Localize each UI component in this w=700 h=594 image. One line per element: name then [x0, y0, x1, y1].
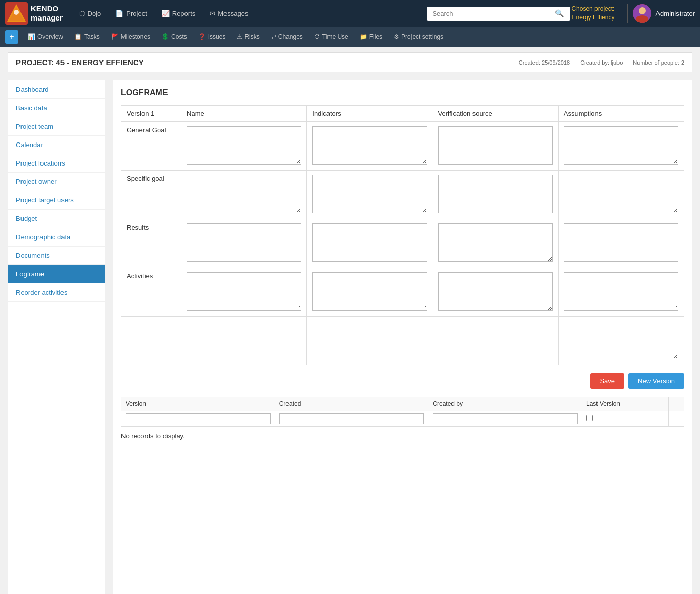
- timeuse-btn[interactable]: ⏱ Time Use: [309, 31, 354, 43]
- search-input[interactable]: [427, 7, 570, 21]
- project-header: PROJECT: 45 - ENERGY EFFIENCY Created: 2…: [8, 52, 692, 72]
- version-filter-created-by[interactable]: [433, 413, 578, 424]
- results-label: Results: [121, 219, 181, 268]
- page-title: PROJECT: 45 - ENERGY EFFIENCY: [16, 58, 144, 67]
- project-icon: 📄: [115, 10, 123, 17]
- sidebar: Dashboard Basic data Project team Calend…: [8, 80, 105, 594]
- version-col-actions-1: [653, 397, 669, 411]
- specific-goal-name-input[interactable]: [187, 175, 301, 213]
- logo-text: KENDOmanager: [31, 4, 63, 23]
- sidebar-item-documents[interactable]: Documents: [8, 247, 105, 265]
- general-goal-assumptions-input[interactable]: [564, 126, 678, 165]
- activities-label: Activities: [121, 268, 181, 317]
- general-goal-label: General Goal: [121, 122, 181, 171]
- table-row: General Goal: [121, 122, 684, 171]
- sidebar-item-budget[interactable]: Budget: [8, 210, 105, 228]
- specific-goal-indicators-input[interactable]: [312, 175, 427, 213]
- results-name-input[interactable]: [187, 223, 301, 262]
- changes-btn[interactable]: ⇄ Changes: [266, 31, 308, 43]
- logo-icon: [5, 2, 28, 25]
- sidebar-item-basic-data[interactable]: Basic data: [8, 99, 105, 117]
- version-col-version: Version: [121, 397, 275, 411]
- version-filter-version[interactable]: [126, 413, 271, 424]
- messages-icon: ✉: [210, 10, 215, 17]
- costs-icon: 💲: [161, 33, 169, 40]
- reports-icon: 📈: [161, 10, 170, 17]
- sidebar-item-project-locations[interactable]: Project locations: [8, 154, 105, 173]
- col-name: Name: [181, 106, 307, 122]
- sidebar-item-demographic-data[interactable]: Demographic data: [8, 228, 105, 247]
- main-layout: Dashboard Basic data Project team Calend…: [0, 72, 700, 594]
- sidebar-item-dashboard[interactable]: Dashboard: [8, 80, 105, 99]
- table-row: Activities: [121, 268, 684, 317]
- new-version-button[interactable]: New Version: [628, 373, 684, 389]
- sidebar-item-logframe[interactable]: Logframe: [8, 265, 105, 283]
- nav-messages[interactable]: ✉ Messages: [203, 7, 254, 21]
- add-button[interactable]: +: [5, 30, 18, 44]
- costs-btn[interactable]: 💲 Costs: [156, 31, 192, 43]
- risks-icon: ⚠: [237, 33, 242, 40]
- overview-btn[interactable]: 📊 Overview: [23, 31, 68, 43]
- project-settings-btn[interactable]: ⚙ Project settings: [388, 31, 448, 43]
- nav-dojo[interactable]: ⬡ Dojo: [73, 7, 108, 21]
- version-filter-created[interactable]: [279, 413, 424, 424]
- specific-goal-verification-input[interactable]: [438, 175, 553, 213]
- user-area: Administrator: [633, 4, 695, 23]
- general-goal-indicators-input[interactable]: [312, 126, 427, 165]
- sidebar-item-project-target-users[interactable]: Project target users: [8, 191, 105, 210]
- files-btn[interactable]: 📁 Files: [355, 31, 387, 43]
- activities-name-cell: [181, 268, 307, 317]
- specific-goal-name-cell: [181, 171, 307, 219]
- activities-verification-input[interactable]: [438, 272, 553, 311]
- version-table: Version Created Created by Last Version: [121, 397, 684, 427]
- results-indicators-cell: [307, 219, 433, 268]
- logframe-table: Version 1 Name Indicators Verification s…: [121, 105, 684, 365]
- results-indicators-input[interactable]: [312, 223, 427, 262]
- extra-textarea-input[interactable]: [564, 321, 678, 359]
- version-col-created: Created: [275, 397, 428, 411]
- svg-point-3: [14, 10, 19, 15]
- extra-textarea-cell: [558, 317, 684, 365]
- sub-navigation: + 📊 Overview 📋 Tasks 🚩 Milestones 💲 Cost…: [0, 27, 700, 47]
- activities-assumptions-input[interactable]: [564, 272, 678, 311]
- issues-btn[interactable]: ❓ Issues: [193, 31, 231, 43]
- nav-reports[interactable]: 📈 Reports: [155, 7, 202, 21]
- milestones-icon: 🚩: [111, 33, 119, 40]
- specific-goal-indicators-cell: [307, 171, 433, 219]
- activities-indicators-input[interactable]: [312, 272, 427, 311]
- table-row-extra: [121, 317, 684, 365]
- sidebar-item-calendar[interactable]: Calendar: [8, 136, 105, 154]
- user-name: Administrator: [655, 10, 695, 17]
- save-button[interactable]: Save: [590, 373, 624, 389]
- table-row: Results: [121, 219, 684, 268]
- activities-assumptions-cell: [558, 268, 684, 317]
- chosen-project-label: Chosen project:: [571, 5, 614, 13]
- sidebar-item-reorder-activities[interactable]: Reorder activities: [8, 283, 105, 302]
- top-navigation: KENDOmanager ⬡ Dojo 📄 Project 📈 Reports …: [0, 0, 700, 27]
- milestones-btn[interactable]: 🚩 Milestones: [106, 31, 155, 43]
- search-button[interactable]: 🔍: [555, 9, 564, 17]
- col-verification: Verification source: [433, 106, 558, 122]
- version-col-last-version: Last Version: [582, 397, 653, 411]
- avatar: [633, 4, 651, 23]
- specific-goal-assumptions-input[interactable]: [564, 175, 678, 213]
- results-assumptions-input[interactable]: [564, 223, 678, 262]
- tasks-btn[interactable]: 📋 Tasks: [69, 31, 105, 43]
- version-filter-last-version[interactable]: [586, 415, 593, 421]
- dojo-icon: ⬡: [79, 10, 85, 17]
- general-goal-name-cell: [181, 122, 307, 171]
- overview-icon: 📊: [28, 33, 35, 40]
- version-col-created-by: Created by: [428, 397, 582, 411]
- general-goal-name-input[interactable]: [187, 126, 301, 165]
- nav-project[interactable]: 📄 Project: [109, 7, 153, 21]
- risks-btn[interactable]: ⚠ Risks: [232, 31, 264, 43]
- timeuse-icon: ⏱: [314, 33, 320, 40]
- sidebar-item-project-owner[interactable]: Project owner: [8, 173, 105, 191]
- no-records-message: No records to display.: [121, 427, 684, 445]
- general-goal-verification-input[interactable]: [438, 126, 553, 165]
- search-area: 🔍: [427, 7, 564, 21]
- activities-verification-cell: [433, 268, 558, 317]
- results-verification-input[interactable]: [438, 223, 553, 262]
- activities-name-input[interactable]: [187, 272, 301, 311]
- sidebar-item-project-team[interactable]: Project team: [8, 117, 105, 136]
